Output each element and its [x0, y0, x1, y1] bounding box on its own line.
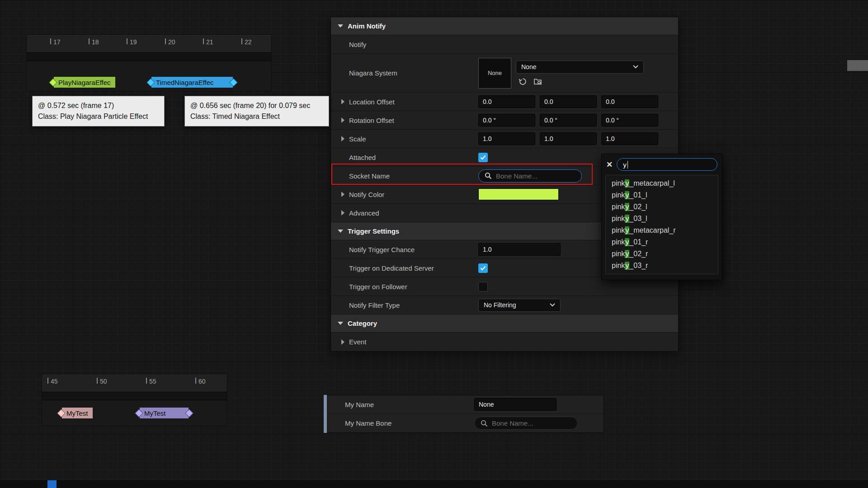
notify-marker-label[interactable]: TimedNiagaraEffec: [151, 77, 233, 88]
frame-label: 20: [168, 38, 175, 46]
scale-label-cell: Scale: [331, 135, 472, 143]
tooltip-class-line: Class: Timed Niagara Effect: [190, 111, 323, 122]
rotation-offset-label-cell: Rotation Offset: [331, 117, 472, 124]
browse-to-asset-icon[interactable]: [533, 77, 542, 86]
combo-value: None: [521, 63, 536, 70]
window-edge-notch: [847, 60, 868, 71]
asset-thumbnail-text: None: [488, 70, 502, 76]
property-label: Attached: [349, 154, 376, 161]
bone-search-input[interactable]: y: [617, 158, 717, 171]
frame-tick: 55: [146, 378, 156, 385]
location-offset-z-field[interactable]: 0.0: [601, 95, 658, 108]
bone-name-prefix: pink: [612, 191, 625, 199]
timeline-ruler-bottom[interactable]: 45 50 55 60: [42, 374, 227, 392]
bone-name-prefix: pink: [612, 262, 625, 270]
frame-tick: 50: [97, 378, 107, 385]
expander-collapsed-icon[interactable]: [341, 117, 344, 123]
category-title: Trigger Settings: [348, 227, 399, 235]
frame-tick: 19: [127, 38, 137, 46]
bone-name-match: y: [625, 250, 629, 258]
bone-list-item[interactable]: pinky_01_l: [606, 189, 718, 201]
property-label: Scale: [349, 135, 366, 143]
expander-collapsed-icon[interactable]: [341, 339, 344, 345]
scale-x-field[interactable]: 1.0: [478, 132, 535, 145]
category-title: Anim Notify: [348, 22, 386, 30]
notify-marker-play-niagara[interactable]: PlayNiagaraEffec: [50, 76, 115, 88]
notify-marker-label[interactable]: MyTest: [140, 408, 189, 418]
frame-tick: 21: [203, 38, 213, 46]
field-value: 0.0: [483, 98, 491, 105]
location-offset-label-cell: Location Offset: [331, 98, 472, 106]
attached-checkbox[interactable]: [478, 153, 488, 162]
notify-marker-mytest-2[interactable]: MyTest: [136, 407, 192, 419]
rotation-offset-pitch-field[interactable]: 0.0 °: [540, 114, 597, 127]
chevron-down-icon: [633, 65, 638, 69]
expander-collapsed-icon[interactable]: [341, 136, 344, 141]
category-title: Category: [348, 319, 377, 327]
expander-expanded-icon[interactable]: [338, 24, 343, 28]
location-offset-x-field[interactable]: 0.0: [478, 95, 535, 108]
notify-marker-mytest-1[interactable]: MyTest: [58, 407, 93, 419]
event-label-cell: Event: [331, 338, 472, 346]
property-label: Rotation Offset: [349, 117, 394, 124]
notify-marker-timed-niagara[interactable]: TimedNiagaraEffec: [148, 76, 236, 88]
expander-collapsed-icon[interactable]: [341, 99, 344, 104]
expander-collapsed-icon[interactable]: [341, 192, 344, 197]
category-header-anim-notify[interactable]: Anim Notify: [331, 17, 678, 35]
bone-name-prefix: pink: [612, 250, 625, 258]
bottom-details-rows: My Name None My Name Bone Bone Name...: [327, 395, 604, 433]
my-name-field[interactable]: None: [474, 398, 557, 411]
bone-list-item[interactable]: pinky_03_r: [606, 260, 718, 272]
attached-label-cell: Attached: [331, 154, 472, 161]
dedicated-server-checkbox[interactable]: [478, 263, 488, 273]
location-offset-y-field[interactable]: 0.0: [540, 95, 597, 108]
notify-color-label-cell: Notify Color: [331, 191, 472, 198]
property-label: Notify: [349, 41, 366, 48]
my-name-bone-search-input[interactable]: Bone Name...: [474, 417, 578, 430]
scale-z-field[interactable]: 1.0: [601, 132, 658, 145]
notify-filter-type-dropdown[interactable]: No Filtering: [478, 299, 561, 312]
niagara-asset-controls: None: [516, 61, 644, 86]
dedicated-server-label-cell: Trigger on Dedicated Server: [331, 264, 472, 272]
niagara-asset-thumbnail[interactable]: None: [478, 58, 511, 89]
follower-checkbox[interactable]: [478, 282, 488, 291]
expander-expanded-icon[interactable]: [338, 230, 343, 233]
clear-search-icon[interactable]: ✕: [606, 161, 613, 169]
property-label: Event: [349, 338, 366, 346]
trigger-chance-field[interactable]: 1.0: [478, 243, 561, 256]
panel-accent-strip: [324, 395, 327, 433]
socket-name-search-input[interactable]: Bone Name...: [478, 169, 582, 183]
category-header-category[interactable]: Category: [331, 314, 678, 333]
chevron-down-icon: [550, 303, 555, 307]
frame-tick: 18: [89, 38, 99, 46]
frame-label: 22: [245, 38, 252, 46]
bottom-details-panel: My Name None My Name Bone Bone Name...: [324, 395, 604, 433]
rotation-offset-roll-field[interactable]: 0.0 °: [478, 114, 535, 127]
bone-list-item[interactable]: pinky_metacarpal_l: [606, 178, 718, 189]
frame-label: 45: [51, 378, 58, 385]
notify-marker-label[interactable]: PlayNiagaraEffec: [54, 77, 115, 88]
field-value: None: [479, 401, 494, 408]
notify-label-cell: Notify: [331, 41, 472, 48]
row-scale: Scale 1.0 1.0 1.0: [331, 130, 678, 148]
bone-list-item[interactable]: pinky_03_l: [606, 213, 718, 225]
bone-list-item[interactable]: pinky_metacarpal_r: [606, 225, 718, 236]
notify-color-swatch[interactable]: [478, 188, 559, 200]
row-notify-filter-type: Notify Filter Type No Filtering: [331, 296, 678, 314]
bone-name-prefix: pink: [612, 215, 625, 223]
tick-mark: [89, 38, 90, 44]
rotation-offset-yaw-field[interactable]: 0.0 °: [601, 114, 658, 127]
property-label: Notify Color: [349, 191, 384, 198]
notify-marker-label[interactable]: MyTest: [62, 408, 93, 418]
frame-tick: 60: [195, 378, 206, 385]
timeline-ruler-top[interactable]: 17 18 19 20 21 22: [27, 35, 271, 53]
expander-expanded-icon[interactable]: [338, 322, 343, 325]
expander-collapsed-icon[interactable]: [341, 210, 344, 216]
scale-y-field[interactable]: 1.0: [540, 132, 597, 145]
use-selected-asset-icon[interactable]: [519, 77, 527, 86]
bone-list-item[interactable]: pinky_01_r: [606, 236, 718, 248]
niagara-asset-combo[interactable]: None: [516, 61, 644, 74]
advanced-label-cell: Advanced: [331, 209, 472, 217]
bone-list-item[interactable]: pinky_02_l: [606, 201, 718, 213]
bone-list-item[interactable]: pinky_02_r: [606, 248, 718, 260]
